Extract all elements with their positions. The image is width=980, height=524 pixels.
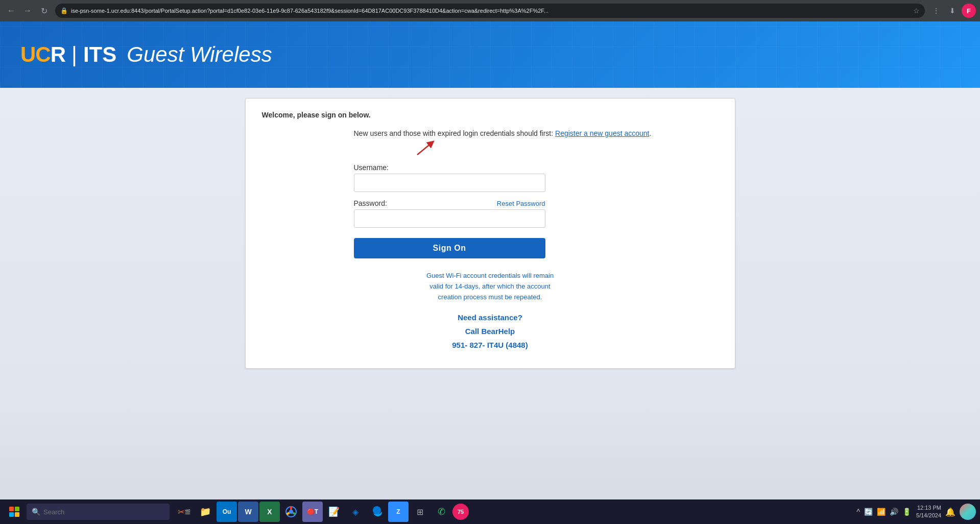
password-label: Password: — [354, 199, 387, 207]
reload-button[interactable]: ↻ — [37, 4, 51, 18]
username-input[interactable] — [354, 174, 545, 192]
form-wrapper: Welcome, please sign on below. New users… — [0, 88, 980, 369]
info-text: Guest Wi-Fi account credentials will rem… — [262, 271, 719, 302]
svg-point-3 — [289, 510, 293, 514]
wifi-icon[interactable]: 📶 — [876, 507, 887, 517]
chevron-up-icon[interactable]: ^ — [855, 507, 861, 517]
taskbar-apps: ✂🎬 📁 Ou W X 🔴T 📝 ◈ Z ⊞ ✆ 75 — [174, 502, 469, 522]
win-sq-2 — [15, 507, 19, 511]
volume-icon[interactable]: 🔊 — [889, 507, 899, 517]
sticky-app[interactable]: 📝 — [324, 502, 344, 522]
calc-app[interactable]: ⊞ — [410, 502, 430, 522]
username-label: Username: — [354, 163, 389, 172]
word-app[interactable]: W — [238, 502, 258, 522]
arrow-icon — [415, 140, 436, 158]
tray-icons: ^ 🔄 📶 🔊 🔋 — [855, 507, 912, 517]
profile-button[interactable]: F — [962, 4, 976, 18]
loop-icon[interactable]: 🔄 — [863, 507, 874, 517]
guest-wireless-text: Guest Wireless — [127, 42, 272, 67]
logo-area: UCR | ITS Guest Wireless — [20, 42, 272, 67]
bookmark-icon[interactable]: ☆ — [913, 7, 920, 15]
new-users-label: New users and those with expired login c… — [354, 129, 554, 137]
download-button[interactable]: ⬇ — [945, 4, 960, 18]
svg-line-5 — [293, 513, 296, 514]
chrome-app[interactable] — [281, 502, 301, 522]
extensions-button[interactable]: ⋮ — [929, 4, 943, 18]
bg-gradient — [0, 397, 980, 499]
win-sq-1 — [9, 507, 14, 511]
taskbar-right: ^ 🔄 📶 🔊 🔋 12:13 PM 5/14/2024 🔔 — [855, 504, 976, 520]
search-input[interactable] — [43, 508, 156, 516]
url-input[interactable] — [71, 8, 910, 14]
register-link[interactable]: Register a new guest account — [555, 129, 649, 137]
welcome-text: Welcome, please sign on below. — [262, 111, 719, 119]
password-label-row: Password: Reset Password — [354, 199, 545, 207]
search-icon: 🔍 — [32, 508, 40, 516]
help-text: Need assistance? Call BearHelp 951- 827-… — [262, 311, 719, 352]
period: . — [650, 129, 652, 137]
windows-logo — [9, 507, 19, 517]
info-line2: valid for 14-days, after which the accou… — [429, 282, 550, 290]
battery-icon[interactable]: 🔋 — [901, 507, 912, 517]
notification-icon[interactable]: 🔔 — [945, 507, 955, 517]
color-profile-button[interactable] — [960, 504, 976, 520]
outlook-app[interactable]: Ou — [217, 502, 237, 522]
scissors-app[interactable]: ✂🎬 — [174, 502, 194, 522]
info-line1: Guest Wi-Fi account credentials will rem… — [426, 272, 554, 279]
clock-date: 5/14/2024 — [916, 512, 941, 519]
address-bar: 🔒 ☆ — [55, 4, 925, 18]
reset-password-link[interactable]: Reset Password — [497, 200, 545, 207]
clock-time: 12:13 PM — [916, 504, 941, 512]
logo-divider: | — [71, 42, 77, 67]
password-group: Password: Reset Password — [354, 199, 719, 228]
browser-chrome: ← → ↻ 🔒 ☆ ⋮ ⬇ F — [0, 0, 980, 21]
help-line2: Call BearHelp — [262, 324, 719, 338]
username-label-row: Username: — [354, 163, 719, 172]
help-line3: 951- 827- IT4U (4848) — [262, 338, 719, 352]
svg-line-6 — [286, 513, 289, 514]
start-button[interactable] — [4, 502, 25, 522]
win-sq-3 — [9, 512, 14, 517]
help-line1: Need assistance? — [262, 311, 719, 324]
teams-app[interactable]: 🔴T — [302, 502, 323, 522]
sign-on-button[interactable]: Sign On — [354, 238, 545, 258]
ucr-logo: UCR — [20, 42, 65, 67]
page-header: UCR | ITS Guest Wireless — [0, 21, 980, 88]
arrow-container — [262, 140, 719, 158]
taskbar-search[interactable]: 🔍 — [27, 504, 170, 520]
ucr-text: UC — [20, 42, 51, 66]
back-button[interactable]: ← — [4, 4, 18, 18]
zoom-app[interactable]: Z — [388, 502, 409, 522]
folder-app[interactable]: 📁 — [195, 502, 216, 522]
forward-button[interactable]: → — [20, 4, 35, 18]
badge-75-app[interactable]: 75 — [452, 504, 469, 520]
r-text: R — [51, 42, 65, 66]
edge-app[interactable] — [367, 502, 387, 522]
system-clock[interactable]: 12:13 PM 5/14/2024 — [916, 504, 941, 520]
login-card: Welcome, please sign on below. New users… — [245, 98, 735, 369]
browser-actions: ⋮ ⬇ F — [929, 4, 976, 18]
taskbar: 🔍 ✂🎬 📁 Ou W X 🔴T 📝 ◈ — [0, 499, 980, 524]
whatsapp-app[interactable]: ✆ — [431, 502, 451, 522]
devops-app[interactable]: ◈ — [345, 502, 366, 522]
win-sq-4 — [15, 512, 19, 517]
username-group: Username: — [354, 163, 719, 192]
excel-app[interactable]: X — [259, 502, 280, 522]
svg-line-1 — [417, 143, 432, 155]
page-content: UCR | ITS Guest Wireless Welcome, please… — [0, 21, 980, 499]
lock-icon: 🔒 — [60, 7, 68, 14]
form-fields: Username: Password: Reset Password Sign … — [262, 163, 719, 258]
new-users-section: New users and those with expired login c… — [262, 129, 719, 137]
info-line3: creation process must be repeated. — [438, 293, 542, 301]
password-input[interactable] — [354, 209, 545, 228]
its-text: ITS — [83, 42, 116, 67]
nav-buttons: ← → ↻ — [4, 4, 51, 18]
